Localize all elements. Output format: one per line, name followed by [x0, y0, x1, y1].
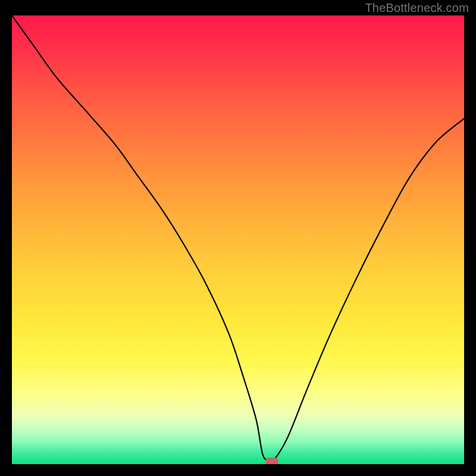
watermark-label: TheBottleneck.com — [365, 1, 469, 15]
minimum-marker — [265, 458, 278, 464]
plot-area — [12, 15, 464, 464]
chart-frame: TheBottleneck.com — [0, 0, 476, 476]
bottleneck-curve — [12, 15, 464, 464]
